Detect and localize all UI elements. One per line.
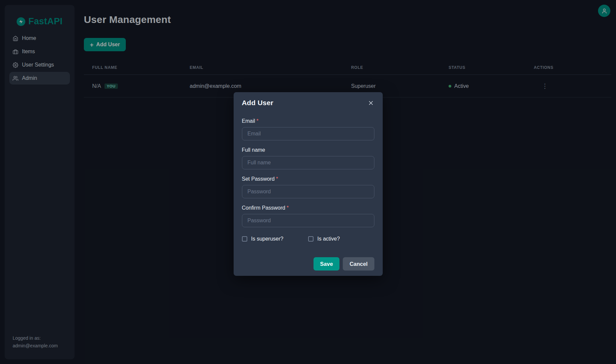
set-password-field[interactable] [242, 185, 374, 198]
modal-header: Add User [242, 99, 374, 107]
is-active-checkbox-item: Is active? [308, 236, 374, 242]
confirm-password-field-label: Confirm Password* [242, 205, 374, 211]
email-field-label: Email* [242, 118, 374, 124]
required-asterisk: * [287, 205, 289, 211]
full-name-field-label: Full name [242, 147, 374, 153]
is-superuser-checkbox-item: Is superuser? [242, 236, 308, 242]
cancel-button[interactable]: Cancel [343, 257, 374, 271]
full-name-field-group: Full name [242, 147, 374, 169]
checkbox-row: Is superuser? Is active? [242, 236, 374, 242]
is-superuser-checkbox[interactable] [242, 236, 247, 242]
required-asterisk: * [257, 118, 259, 124]
is-superuser-label: Is superuser? [251, 236, 284, 242]
set-password-label-text: Set Password [242, 176, 275, 182]
email-field-group: Email* [242, 118, 374, 140]
set-password-field-label: Set Password* [242, 176, 374, 182]
full-name-label-text: Full name [242, 147, 265, 153]
set-password-field-group: Set Password* [242, 176, 374, 198]
required-asterisk: * [276, 176, 278, 182]
modal-footer: Save Cancel [242, 257, 374, 271]
close-icon[interactable] [367, 99, 374, 106]
confirm-password-field[interactable] [242, 214, 374, 227]
is-active-label: Is active? [317, 236, 340, 242]
full-name-field[interactable] [242, 156, 374, 169]
save-button[interactable]: Save [313, 257, 340, 271]
confirm-password-field-group: Confirm Password* [242, 205, 374, 227]
email-field[interactable] [242, 127, 374, 140]
email-label-text: Email [242, 118, 255, 124]
is-active-checkbox[interactable] [308, 236, 313, 242]
add-user-modal: Add User Email* Full name Set Password* … [234, 92, 383, 276]
confirm-password-label-text: Confirm Password [242, 205, 286, 211]
modal-title: Add User [242, 99, 274, 107]
